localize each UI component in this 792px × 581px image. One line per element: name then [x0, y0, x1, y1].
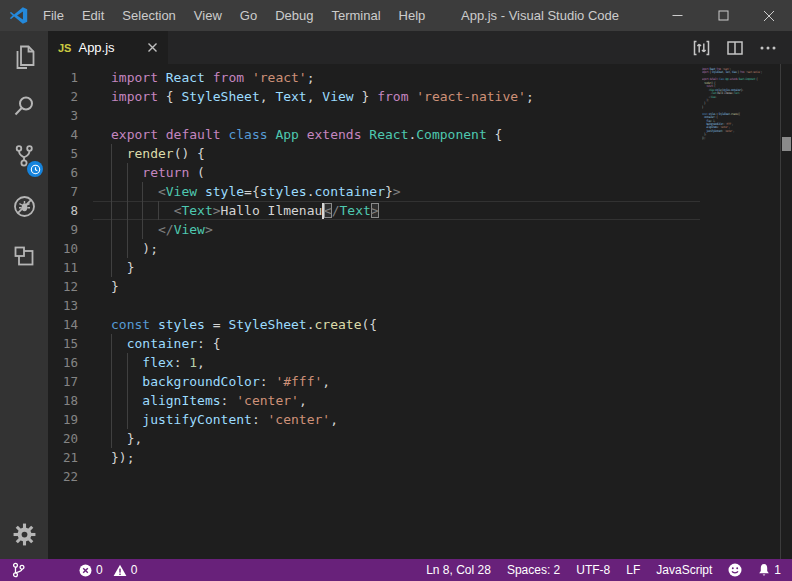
eol-sequence[interactable]: LF: [626, 563, 640, 577]
line-number[interactable]: 1: [48, 68, 93, 87]
maximize-icon[interactable]: [700, 0, 746, 31]
line-number[interactable]: 22: [48, 467, 93, 486]
code-line-text: flex: 1,: [93, 353, 781, 372]
language-mode[interactable]: JavaScript: [656, 563, 712, 577]
indent-guide: [127, 239, 128, 258]
code-line-text: [93, 106, 781, 125]
line-number[interactable]: 9: [48, 220, 93, 239]
line-number[interactable]: 10: [48, 239, 93, 258]
extensions-icon[interactable]: [0, 231, 48, 281]
explorer-icon[interactable]: [0, 31, 48, 81]
git-branch-icon[interactable]: [12, 562, 25, 578]
more-actions-icon[interactable]: [760, 46, 776, 50]
code-line[interactable]: 2import { StyleSheet, Text, View } from …: [48, 87, 792, 106]
line-number[interactable]: 4: [48, 125, 93, 144]
code-line[interactable]: 16 flex: 1,: [48, 353, 792, 372]
code-line[interactable]: 7 <View style={styles.container}>: [48, 182, 792, 201]
line-number[interactable]: 3: [48, 106, 93, 125]
code-line[interactable]: 17 backgroundColor: '#fff',: [48, 372, 792, 391]
menu-item-help[interactable]: Help: [390, 0, 435, 31]
indent-guide: [158, 201, 159, 220]
menu-item-file[interactable]: File: [34, 0, 73, 31]
menu-item-debug[interactable]: Debug: [266, 0, 322, 31]
feedback-smiley-icon[interactable]: [728, 563, 742, 577]
line-number[interactable]: 17: [48, 372, 93, 391]
code-editor[interactable]: 1import React from 'react';2import { Sty…: [48, 64, 792, 559]
source-control-icon[interactable]: [0, 131, 48, 181]
line-number[interactable]: 11: [48, 258, 93, 277]
tab-appjs[interactable]: JS App.js: [48, 31, 168, 64]
js-file-icon: JS: [58, 42, 71, 54]
code-line[interactable]: 12}: [48, 277, 792, 296]
indent-guide: [111, 429, 112, 448]
code-line[interactable]: 5 render() {: [48, 144, 792, 163]
minimize-icon[interactable]: [654, 0, 700, 31]
encoding[interactable]: UTF-8: [576, 563, 610, 577]
notifications-bell[interactable]: 1: [758, 563, 781, 578]
indent-guide: [111, 163, 112, 182]
line-number[interactable]: 20: [48, 429, 93, 448]
split-editor-icon[interactable]: [727, 41, 743, 55]
code-line[interactable]: 11 }: [48, 258, 792, 277]
code-line-text: );: [93, 239, 781, 258]
indent-guide: [142, 201, 143, 220]
tab-close-icon[interactable]: [147, 42, 158, 53]
problems-indicator[interactable]: 0 0: [79, 563, 137, 577]
indent-guide: [127, 182, 128, 201]
code-line[interactable]: 19 justifyContent: 'center',: [48, 410, 792, 429]
code-line-text: render() {: [93, 144, 781, 163]
code-line[interactable]: 22: [48, 467, 792, 486]
close-icon[interactable]: [746, 0, 792, 31]
code-line[interactable]: 3: [48, 106, 792, 125]
menu-item-selection[interactable]: Selection: [113, 0, 184, 31]
menu-item-terminal[interactable]: Terminal: [322, 0, 389, 31]
indent-guide: [111, 182, 112, 201]
indent-guide: [111, 220, 112, 239]
source-control-badge-clock-icon: [27, 161, 43, 177]
line-number[interactable]: 14: [48, 315, 93, 334]
line-number[interactable]: 18: [48, 391, 93, 410]
line-number[interactable]: 15: [48, 334, 93, 353]
code-line[interactable]: 1import React from 'react';: [48, 68, 792, 87]
code-lines: 1import React from 'react';2import { Sty…: [48, 68, 792, 486]
code-line[interactable]: 15 container: {: [48, 334, 792, 353]
tab-bar: JS App.js: [48, 31, 792, 64]
code-line[interactable]: 9 </View>: [48, 220, 792, 239]
line-number[interactable]: 21: [48, 448, 93, 467]
indent-guide: [111, 372, 112, 391]
line-number[interactable]: 19: [48, 410, 93, 429]
code-line[interactable]: 10 );: [48, 239, 792, 258]
search-icon[interactable]: [0, 81, 48, 131]
code-line[interactable]: 14const styles = StyleSheet.create({: [48, 315, 792, 334]
code-line[interactable]: 20 },: [48, 429, 792, 448]
open-changes-icon[interactable]: [693, 40, 710, 56]
activity-bar-spacer: [0, 281, 48, 509]
line-number[interactable]: 8: [48, 201, 93, 220]
code-line[interactable]: 6 return (: [48, 163, 792, 182]
menu-item-view[interactable]: View: [185, 0, 231, 31]
menu-item-go[interactable]: Go: [231, 0, 266, 31]
line-number[interactable]: 12: [48, 277, 93, 296]
overview-ruler[interactable]: [780, 64, 792, 559]
indentation[interactable]: Spaces: 2: [507, 563, 560, 577]
code-line[interactable]: 21});: [48, 448, 792, 467]
status-bar: 0 0 Ln 8, Col 28 Spaces: 2 UTF-8 LF Java…: [0, 559, 792, 581]
code-line-text: const styles = StyleSheet.create({: [93, 315, 781, 334]
code-line-text: export default class App extends React.C…: [93, 125, 781, 144]
line-number[interactable]: 5: [48, 144, 93, 163]
title-bar: FileEditSelectionViewGoDebugTerminalHelp…: [0, 0, 792, 31]
code-line[interactable]: 18 alignItems: 'center',: [48, 391, 792, 410]
settings-gear-icon[interactable]: [0, 509, 48, 559]
line-number[interactable]: 2: [48, 87, 93, 106]
code-line[interactable]: 8 <Text>Hallo Ilmenau</Text>: [48, 201, 792, 220]
code-line[interactable]: 4export default class App extends React.…: [48, 125, 792, 144]
line-number[interactable]: 16: [48, 353, 93, 372]
debug-icon[interactable]: [0, 181, 48, 231]
cursor-position[interactable]: Ln 8, Col 28: [426, 563, 491, 577]
line-number[interactable]: 6: [48, 163, 93, 182]
code-line[interactable]: 13: [48, 296, 792, 315]
line-number[interactable]: 7: [48, 182, 93, 201]
line-number[interactable]: 13: [48, 296, 93, 315]
menu-item-edit[interactable]: Edit: [73, 0, 113, 31]
minimap[interactable]: import React from 'react';import { Style…: [700, 64, 781, 559]
